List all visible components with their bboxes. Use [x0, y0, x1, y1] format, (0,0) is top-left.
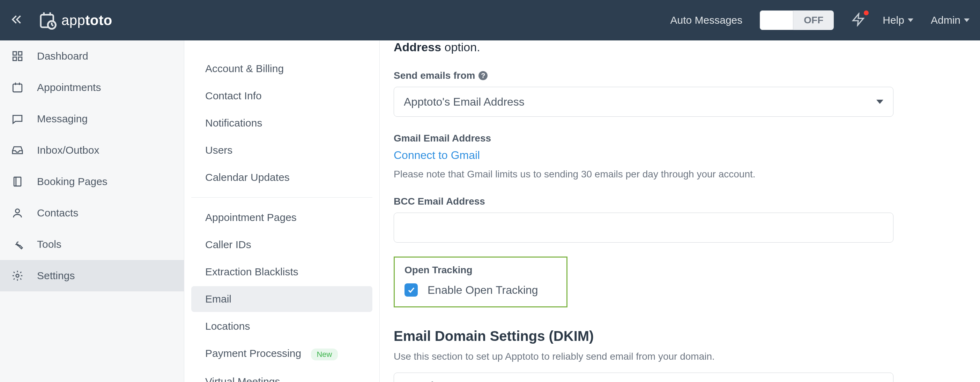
notification-dot-icon — [864, 11, 869, 15]
settings-subnav: Account & Billing Contact Info Notificat… — [184, 40, 380, 382]
subnav-users[interactable]: Users — [191, 137, 372, 163]
domain-header-cell: Domain — [404, 380, 644, 382]
svg-rect-11 — [19, 57, 22, 61]
sidebar-item-label: Messaging — [37, 113, 88, 125]
state-header-cell: State — [644, 380, 883, 382]
svg-point-17 — [15, 209, 19, 213]
sidebar-item-dashboard[interactable]: Dashboard — [0, 40, 184, 72]
grid-icon — [11, 50, 24, 62]
send-emails-from-select[interactable]: Apptoto's Email Address — [394, 87, 893, 117]
subnav-virtual-meetings[interactable]: Virtual Meetings — [191, 369, 372, 382]
svg-rect-15 — [14, 177, 21, 186]
subnav-extraction-blacklists[interactable]: Extraction Blacklists — [191, 259, 372, 285]
calendar-icon — [11, 82, 24, 94]
enable-open-tracking-checkbox[interactable] — [404, 283, 418, 296]
primary-sidebar: Dashboard Appointments Messaging Inbox/O… — [0, 40, 184, 382]
subnav-caller-ids[interactable]: Caller IDs — [191, 232, 372, 258]
sidebar-item-tools[interactable]: Tools — [0, 229, 184, 260]
open-tracking-highlight-box: Open Tracking Enable Open Tracking — [394, 257, 568, 308]
help-menu[interactable]: Help — [883, 14, 913, 26]
sidebar-item-label: Appointments — [37, 82, 101, 94]
gear-icon — [11, 270, 24, 282]
sidebar-item-messaging[interactable]: Messaging — [0, 103, 184, 135]
svg-rect-12 — [13, 84, 22, 92]
caret-down-icon — [908, 19, 913, 22]
dkim-heading: Email Domain Settings (DKIM) — [394, 328, 966, 344]
main-content: Address option. Send emails from ? Appto… — [380, 40, 980, 382]
calendar-clock-icon — [38, 11, 57, 30]
top-header: apptoto Auto Messages OFF Help Admin — [0, 0, 980, 40]
sidebar-item-label: Settings — [37, 270, 75, 282]
sidebar-item-contacts[interactable]: Contacts — [0, 197, 184, 229]
open-tracking-label: Open Tracking — [404, 265, 557, 276]
auto-messages-toggle[interactable]: OFF — [760, 11, 834, 30]
subnav-calendar-updates[interactable]: Calendar Updates — [191, 165, 372, 190]
user-icon — [11, 207, 24, 219]
caret-down-icon — [964, 19, 969, 22]
svg-rect-8 — [13, 52, 16, 55]
svg-line-6 — [52, 25, 53, 26]
sidebar-item-booking-pages[interactable]: Booking Pages — [0, 166, 184, 197]
bcc-email-label: BCC Email Address — [394, 196, 966, 207]
sidebar-item-label: Booking Pages — [37, 176, 108, 187]
chevron-down-icon — [877, 100, 883, 104]
subnav-locations[interactable]: Locations — [191, 313, 372, 339]
new-badge: New — [311, 349, 337, 360]
svg-rect-10 — [13, 57, 16, 61]
sidebar-item-label: Contacts — [37, 207, 78, 219]
connect-to-gmail-link[interactable]: Connect to Gmail — [394, 149, 480, 162]
help-icon[interactable]: ? — [479, 71, 488, 80]
truncated-previous-text: Address option. — [394, 40, 966, 54]
sidebar-item-label: Tools — [37, 238, 61, 250]
select-value: Apptoto's Email Address — [404, 95, 525, 108]
toggle-off-label: OFF — [793, 15, 834, 26]
subnav-divider — [191, 197, 372, 198]
sidebar-item-label: Inbox/Outbox — [37, 144, 99, 156]
book-icon — [11, 176, 24, 187]
logo[interactable]: apptoto — [38, 11, 112, 30]
inbox-icon — [11, 144, 24, 156]
subnav-payment-processing[interactable]: Payment Processing New — [191, 341, 372, 367]
domain-table: Domain State — [394, 372, 893, 382]
admin-menu[interactable]: Admin — [931, 14, 969, 26]
sidebar-item-label: Dashboard — [37, 50, 88, 62]
svg-marker-7 — [853, 14, 864, 25]
subnav-appointment-pages[interactable]: Appointment Pages — [191, 204, 372, 230]
logo-text: apptoto — [61, 13, 112, 28]
toggle-knob — [760, 11, 793, 30]
collapse-sidebar-button[interactable] — [11, 13, 23, 27]
sidebar-item-settings[interactable]: Settings — [0, 260, 184, 292]
wrench-icon — [11, 238, 24, 250]
svg-rect-9 — [19, 52, 22, 55]
gmail-address-label: Gmail Email Address — [394, 133, 966, 144]
auto-messages-label: Auto Messages — [670, 14, 742, 26]
svg-point-18 — [16, 274, 19, 277]
bcc-email-input[interactable] — [394, 212, 893, 243]
enable-open-tracking-label: Enable Open Tracking — [428, 284, 538, 296]
gmail-limit-note: Please note that Gmail limits us to send… — [394, 169, 966, 180]
sidebar-item-appointments[interactable]: Appointments — [0, 72, 184, 103]
table-header-row: Domain State — [394, 373, 893, 382]
notifications-bolt-button[interactable] — [851, 13, 865, 28]
subnav-email[interactable]: Email — [191, 286, 372, 312]
message-icon — [11, 113, 24, 125]
dkim-note: Use this section to set up Apptoto to re… — [394, 351, 966, 362]
sidebar-item-inbox-outbox[interactable]: Inbox/Outbox — [0, 135, 184, 166]
subnav-contact-info[interactable]: Contact Info — [191, 83, 372, 109]
send-emails-from-label: Send emails from ? — [394, 70, 966, 81]
subnav-account-billing[interactable]: Account & Billing — [191, 56, 372, 82]
subnav-notifications[interactable]: Notifications — [191, 110, 372, 136]
